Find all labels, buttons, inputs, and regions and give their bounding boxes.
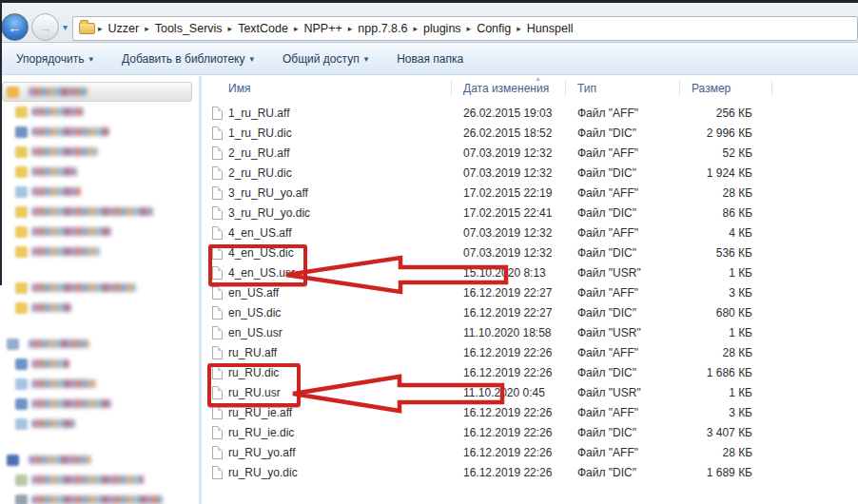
file-row[interactable]: ru_RU_ie.dic16.12.2019 22:26Файл "DIC"3 … [211, 422, 858, 442]
file-row[interactable]: 4_en_US.usr15.10.2020 8:13Файл "USR"1 КБ [211, 262, 858, 282]
file-size: 536 КБ [692, 246, 752, 260]
blue-icon [15, 398, 28, 410]
window-top-edge [0, 0, 858, 3]
breadcrumb-item[interactable]: Tools_Servis [150, 19, 227, 38]
column-header-date[interactable]: Дата изменения [452, 80, 566, 97]
file-row[interactable]: en_US.usr11.10.2020 18:58Файл "USR"1 КБ [211, 322, 858, 342]
sidebar-item-redacted[interactable] [0, 82, 199, 102]
sidebar-group-gap [0, 318, 199, 334]
back-button[interactable]: ← [1, 13, 29, 41]
breadcrumb-item[interactable]: Config [472, 19, 516, 38]
sidebar-item-redacted[interactable] [0, 122, 199, 142]
toolbar-button-label: Общий доступ [283, 52, 360, 66]
file-name: 3_ru_RU_yo.aff [228, 186, 463, 200]
file-type: Файл "AFF" [577, 446, 692, 459]
file-icon [212, 226, 223, 240]
column-header-name[interactable]: Имя [211, 80, 452, 97]
sidebar-item-redacted[interactable] [0, 470, 199, 490]
breadcrumb-item[interactable]: Uzzer [104, 19, 145, 38]
history-dropdown-icon[interactable]: ▾ [63, 22, 68, 32]
file-size: 28 КБ [692, 186, 752, 200]
file-size: 1 686 КБ [692, 366, 752, 379]
sidebar-group-redacted[interactable] [0, 334, 199, 354]
file-row[interactable]: 2_ru_RU.dic07.03.2019 12:32Файл "DIC"1 9… [211, 163, 858, 183]
file-name: en_US.aff [228, 286, 463, 300]
breadcrumb-item[interactable]: TextCode [233, 19, 293, 38]
file-row[interactable]: en_US.dic16.12.2019 22:27Файл "DIC"680 К… [211, 302, 858, 322]
forward-button[interactable]: → [31, 13, 59, 41]
toolbar-button-label: Упорядочить [16, 52, 84, 66]
sidebar-item-redacted[interactable] [0, 414, 199, 434]
file-row[interactable]: 1_ru_RU.dic26.02.2015 18:52Файл "DIC"2 9… [211, 123, 858, 143]
file-type: Файл "AFF" [577, 346, 692, 359]
file-row[interactable]: ru_RU_yo.aff16.12.2019 22:26Файл "AFF"28… [211, 442, 858, 462]
file-icon [212, 266, 223, 280]
file-type: Файл "AFF" [577, 286, 692, 300]
redacted-label [31, 207, 153, 216]
sidebar-item-redacted[interactable] [0, 222, 199, 242]
file-date: 16.12.2019 22:26 [463, 446, 577, 459]
file-list-pane: ▲ ИмяДата измененияТипРазмер 1_ru_RU.aff… [211, 76, 858, 504]
sidebar-group-gap [0, 434, 199, 450]
toolbar-button[interactable]: Новая папка [389, 48, 471, 69]
breadcrumb-item[interactable]: Hunspell [522, 19, 578, 38]
sidebar-item-redacted[interactable] [0, 202, 199, 222]
breadcrumb-item[interactable]: NPP++ [299, 19, 346, 38]
file-row[interactable]: 3_ru_RU_yo.aff17.02.2015 22:19Файл "AFF"… [211, 183, 858, 203]
file-size: 3 КБ [692, 406, 752, 419]
lib-icon [7, 339, 19, 350]
redacted-label [31, 359, 69, 368]
file-row[interactable]: 4_en_US.aff07.03.2019 12:32Файл "AFF"4 К… [211, 223, 858, 242]
file-row[interactable]: 4_en_US.dic07.03.2019 12:32Файл "DIC"536… [211, 242, 858, 262]
file-date: 16.12.2019 22:27 [463, 306, 577, 320]
toolbar-button[interactable]: Упорядочить▾ [9, 48, 101, 69]
sidebar-item-redacted[interactable] [0, 102, 199, 122]
sidebar-item-redacted[interactable] [0, 374, 199, 394]
file-type: Файл "DIC" [577, 206, 692, 220]
redacted-label [31, 419, 75, 428]
sidebar-item-redacted[interactable] [0, 298, 199, 318]
file-row[interactable]: 1_ru_RU.aff26.02.2015 19:03Файл "AFF"256… [211, 103, 858, 123]
breadcrumb-item[interactable]: npp.7.8.6 [353, 19, 412, 38]
file-row[interactable]: ru_RU_yo.dic16.12.2019 22:26Файл "DIC"1 … [211, 462, 858, 482]
sidebar-item-redacted[interactable] [0, 142, 199, 162]
file-row[interactable]: ru_RU_ie.aff16.12.2019 22:26Файл "AFF"3 … [211, 402, 858, 422]
file-icon [212, 166, 223, 180]
file-icon [212, 286, 223, 300]
file-type: Файл "DIC" [577, 126, 692, 140]
back-arrow-icon: ← [9, 20, 22, 35]
sidebar-item-redacted[interactable] [0, 490, 199, 504]
sidebar-item-redacted[interactable] [0, 354, 199, 374]
toolbar-button[interactable]: Общий доступ▾ [275, 48, 376, 69]
file-icon [212, 326, 223, 339]
breadcrumb-item[interactable]: plugins [419, 19, 466, 38]
folder-icon [15, 246, 28, 258]
file-row[interactable]: ru_RU.aff16.12.2019 22:26Файл "AFF"28 КБ [211, 342, 858, 362]
sidebar-group-redacted[interactable] [0, 450, 199, 470]
file-size: 256 КБ [692, 107, 752, 120]
file-name: ru_RU.aff [228, 346, 463, 359]
file-row[interactable]: en_US.aff16.12.2019 22:27Файл "AFF"3 КБ [211, 282, 858, 302]
file-row[interactable]: ru_RU.dic16.12.2019 22:26Файл "DIC"1 686… [211, 362, 858, 382]
file-row[interactable]: 2_ru_RU.aff07.03.2019 12:32Файл "AFF"52 … [211, 143, 858, 163]
file-size: 680 КБ [692, 306, 752, 320]
file-size: 1 689 КБ [692, 466, 752, 479]
file-row[interactable]: 3_ru_RU_yo.dic17.02.2015 22:41Файл "DIC"… [211, 203, 858, 223]
file-icon [212, 206, 223, 220]
sidebar-item-redacted[interactable] [0, 242, 199, 262]
sidebar-item-redacted[interactable] [0, 278, 199, 298]
sidebar-item-redacted[interactable] [0, 394, 199, 414]
file-row[interactable]: ru_RU.usr11.10.2020 0:45Файл "USR"1 КБ [211, 382, 858, 402]
sidebar-item-redacted[interactable] [0, 162, 199, 182]
file-type: Файл "USR" [577, 266, 692, 280]
sidebar-item-redacted[interactable] [0, 182, 199, 202]
toolbar-button[interactable]: Добавить в библиотеку▾ [114, 48, 262, 69]
file-date: 17.02.2015 22:41 [463, 206, 577, 220]
file-size: 1 КБ [692, 326, 752, 339]
column-header-size[interactable]: Размер [680, 80, 772, 97]
file-name: ru_RU.usr [228, 386, 463, 399]
redacted-label [31, 475, 144, 484]
file-size: 28 КБ [692, 446, 752, 459]
column-header-type[interactable]: Тип [566, 80, 680, 97]
address-bar[interactable]: ▸Uzzer▸Tools_Servis▸TextCode▸NPP++▸npp.7… [72, 16, 858, 41]
